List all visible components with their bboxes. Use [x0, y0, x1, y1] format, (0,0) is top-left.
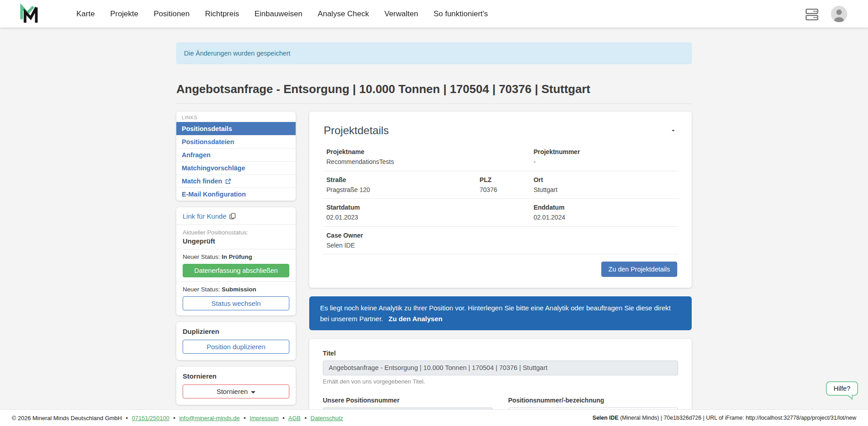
footer-link-impressum[interactable]: Impressum	[250, 415, 278, 421]
field-value: -	[533, 157, 675, 166]
titel-label: Titel	[323, 350, 678, 357]
divider	[176, 249, 296, 249]
new-status-line-2: Neuer Status: Submission	[183, 286, 289, 293]
field-label: Ort	[533, 175, 675, 184]
customer-link-label: Link für Kunde	[183, 212, 226, 220]
page-content: Die Änderungen wurden gespeichert Angebo…	[0, 28, 868, 426]
collapse-icon[interactable]: -	[669, 124, 677, 136]
links-card: LINKS Positionsdetails Positionsdateien …	[176, 112, 296, 201]
copyright-text: © 2026 Mineral Minds Deutschland GmbH	[12, 415, 122, 421]
footer-link-agb[interactable]: AGB	[288, 415, 301, 421]
field-label: Projektname	[326, 147, 533, 156]
field-value: Selen IDE	[326, 241, 533, 250]
new-status-line-1: Neuer Status: In Prüfung	[183, 253, 289, 260]
nav-item-analyse-check[interactable]: Analyse Check	[310, 9, 377, 19]
sidebar-item-label: Match finden	[182, 178, 222, 185]
project-details-title: Projektdetails	[324, 124, 389, 137]
detail-row-adresse: Straße Pragstraße 120 PLZ 70376 Ort Stut…	[323, 171, 678, 199]
field-label: Case Owner	[326, 231, 533, 240]
footer-session-info: Selen IDE (Mineral Minds) | 70e1b326d726…	[593, 415, 856, 421]
sidebar-item-label: Matchingvorschläge	[182, 164, 245, 172]
sidebar-item-anfragen[interactable]: Anfragen	[176, 148, 296, 161]
current-status-value: Ungeprüft	[183, 237, 289, 245]
position-number-label: Positionsnummer/-bezeichnung	[508, 397, 678, 404]
cancel-card-title: Stornieren	[183, 372, 289, 380]
navbar-right	[805, 6, 847, 22]
footer-link-phone[interactable]: 07151/250100	[132, 415, 170, 421]
field-value: Stuttgart	[533, 185, 675, 194]
cancel-card: Stornieren Stornieren	[176, 367, 296, 405]
footer-session-details: (Mineral Minds) | 70e1b326d726 | URL of …	[618, 415, 856, 421]
footer-separator: •	[126, 415, 128, 421]
server-stack-icon[interactable]	[805, 7, 819, 21]
duplicate-position-button[interactable]: Position duplizieren	[183, 340, 289, 354]
footer-user: Selen IDE	[593, 415, 619, 421]
complete-data-entry-button[interactable]: Datenerfassung abschließen	[183, 264, 289, 277]
nav-item-projekte[interactable]: Projekte	[103, 9, 146, 19]
project-details-card: Projektdetails - Projektname Recommendat…	[309, 112, 692, 288]
page-title-wrap: Angebotsanfrage - Entsorgung | 10.000 To…	[176, 82, 692, 104]
help-button[interactable]: Hilfe?	[826, 381, 858, 396]
sidebar-item-email-konfiguration[interactable]: E-Mail Konfiguration	[176, 187, 296, 201]
footer-separator: •	[244, 415, 246, 421]
sidebar-item-match-finden[interactable]: Match finden	[176, 174, 296, 187]
customer-link[interactable]: Link für Kunde	[183, 212, 236, 220]
nav-item-positionen[interactable]: Positionen	[146, 9, 197, 19]
field-value: Pragstraße 120	[326, 185, 480, 194]
nav-item-so-funktionierts[interactable]: So funktioniert's	[426, 9, 495, 19]
nav-item-verwalten[interactable]: Verwalten	[377, 9, 426, 19]
sidebar-item-label: Positionsdetails	[182, 125, 232, 132]
current-status-label: Aktueller Positionsstatus:	[183, 229, 289, 236]
footer-separator: •	[305, 415, 307, 421]
sidebar-item-label: E-Mail Konfiguration	[182, 191, 246, 198]
field-label: Startdatum	[326, 203, 533, 212]
sidebar: LINKS Positionsdetails Positionsdateien …	[176, 112, 296, 412]
sidebar-item-positionsdateien[interactable]: Positionsdateien	[176, 135, 296, 148]
status-card: Link für Kunde Aktueller Positionsstatus…	[176, 207, 296, 315]
footer-left: © 2026 Mineral Minds Deutschland GmbH • …	[12, 415, 343, 421]
duplicate-card-title: Duplizieren	[183, 328, 289, 335]
page-title: Angebotsanfrage - Entsorgung | 10.000 To…	[176, 82, 692, 96]
go-to-analyses-link[interactable]: Zu den Analysen	[388, 315, 442, 323]
divider	[176, 225, 296, 225]
field-value: RecommendationsTests	[326, 157, 533, 166]
new-status-value: In Prüfung	[222, 253, 252, 260]
footer-link-email[interactable]: info@mineral-minds.de	[179, 415, 240, 421]
footer: © 2026 Mineral Minds Deutschland GmbH • …	[0, 409, 868, 426]
titel-input	[323, 360, 678, 375]
analytics-banner-text: Es liegt noch keine Analytik zu Ihrer Po…	[320, 304, 670, 322]
our-number-label: Unsere Positionsnummer	[323, 397, 493, 404]
field-label: Straße	[326, 175, 480, 184]
sidebar-item-label: Anfragen	[182, 151, 211, 159]
mineral-minds-logo-icon[interactable]	[18, 4, 42, 24]
footer-link-datenschutz[interactable]: Datenschutz	[311, 415, 343, 421]
saved-alert: Die Änderungen wurden gespeichert	[176, 42, 692, 64]
field-label: Projektnummer	[533, 147, 675, 156]
sidebar-item-label: Positionsdateien	[182, 138, 234, 145]
new-status-value: Submission	[222, 286, 256, 293]
nav-item-richtpreis[interactable]: Richtpreis	[197, 9, 247, 19]
copy-icon	[229, 213, 236, 220]
detail-row-case-owner: Case Owner Selen IDE	[323, 227, 678, 255]
detail-row-datum: Startdatum 02.01.2023 Enddatum 02.01.202…	[323, 199, 678, 227]
detail-row-projektname: Projektname RecommendationsTests Projekt…	[323, 143, 678, 171]
nav-item-karte[interactable]: Karte	[69, 9, 103, 19]
change-status-button[interactable]: Status wechseln	[183, 296, 289, 310]
new-status-label: Neuer Status:	[183, 253, 220, 260]
cancel-button-label: Stornieren	[217, 388, 248, 395]
sidebar-item-matchingvorschlaege[interactable]: Matchingvorschläge	[176, 161, 296, 174]
sidebar-item-positionsdetails[interactable]: Positionsdetails	[176, 122, 296, 135]
field-value: 02.01.2023	[326, 213, 533, 222]
divider	[176, 281, 296, 282]
main-column: Projektdetails - Projektname Recommendat…	[309, 112, 692, 426]
cancel-dropdown-button[interactable]: Stornieren	[183, 384, 289, 398]
nav-item-einbauweisen[interactable]: Einbauweisen	[247, 9, 310, 19]
user-avatar-icon[interactable]	[831, 6, 847, 22]
footer-separator: •	[283, 415, 285, 421]
analytics-banner: Es liegt noch keine Analytik zu Ihrer Po…	[309, 296, 692, 330]
footer-separator: •	[173, 415, 175, 421]
titel-help: Erhält den von uns vorgegebenen Titel.	[323, 378, 678, 385]
top-navbar: Karte Projekte Positionen Richtpreis Ein…	[0, 0, 868, 28]
links-header: LINKS	[176, 112, 296, 122]
go-to-project-details-button[interactable]: Zu den Projektdetails	[601, 262, 677, 277]
